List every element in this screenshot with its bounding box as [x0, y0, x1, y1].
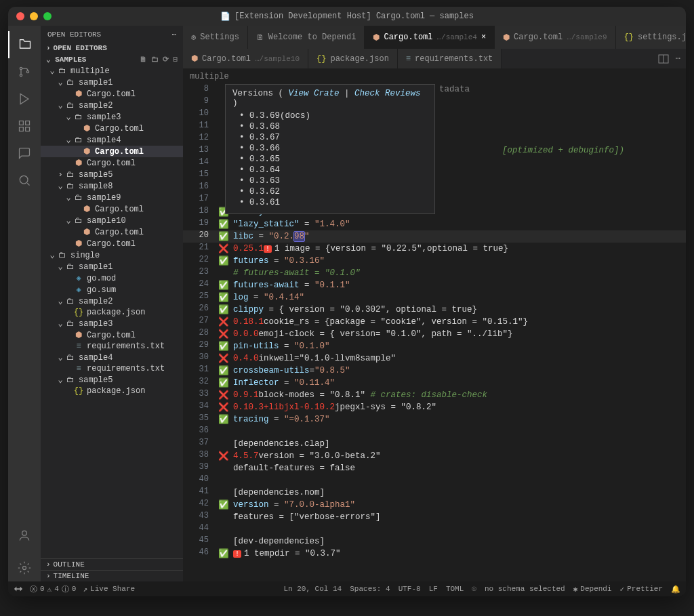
- section-open-editors[interactable]: › OPEN EDITORS: [41, 43, 183, 54]
- source-control-icon[interactable]: [8, 58, 41, 85]
- code-line[interactable]: [dependencies.clap]: [218, 438, 686, 450]
- tree-folder[interactable]: ⌄🗀sample1: [41, 261, 183, 272]
- tree-folder[interactable]: ⌄🗀sample9: [41, 192, 183, 203]
- extensions-icon[interactable]: [8, 112, 41, 140]
- version-item[interactable]: 0.3.68: [239, 121, 428, 132]
- tree-file[interactable]: ≡requirements.txt: [41, 341, 183, 352]
- tree-file[interactable]: ⬢Cargo.toml: [41, 226, 183, 238]
- code-line[interactable]: ❌4.5.7 version = "3.0.0-beta.2": [218, 450, 686, 462]
- code-line[interactable]: ❌0.18.1 cookie_rs = {package = "cookie",…: [218, 316, 686, 328]
- split-editor-icon[interactable]: [658, 54, 669, 64]
- version-item[interactable]: 0.3.67: [239, 132, 428, 143]
- code-line[interactable]: ✅log = "0.4.14": [218, 291, 686, 304]
- tree-file[interactable]: ⬢Cargo.toml: [41, 146, 183, 157]
- version-item[interactable]: 0.3.69(docs): [239, 110, 428, 121]
- code-line[interactable]: default-features = false: [218, 462, 686, 474]
- tab[interactable]: ≡requirements.txt: [398, 49, 502, 68]
- language[interactable]: TOML: [446, 585, 464, 593]
- check-reviews-link[interactable]: Check Reviews: [354, 89, 421, 98]
- code-line[interactable]: ✅"lazy_static" = "1.4.0": [218, 218, 686, 230]
- code-line[interactable]: ❌0.9.1 block-modes = "0.8.1" # crates: d…: [218, 389, 686, 401]
- tree-folder[interactable]: ⌄🗀single: [41, 249, 183, 261]
- new-folder-icon[interactable]: 🗀: [151, 55, 159, 64]
- dependi[interactable]: ✱ Dependi: [573, 585, 612, 594]
- tab[interactable]: ⬢Cargo.toml…/sample9: [495, 26, 615, 49]
- remote-icon[interactable]: [14, 584, 23, 594]
- window-maximize[interactable]: [43, 12, 52, 20]
- explorer-icon[interactable]: [8, 31, 41, 58]
- prettier[interactable]: ✓ Prettier: [620, 585, 663, 594]
- tree-file[interactable]: {}package.json: [41, 307, 183, 318]
- chat-icon[interactable]: [8, 140, 41, 167]
- eol[interactable]: LF: [429, 585, 438, 593]
- code-line[interactable]: ✅futures-await = "0.1.1": [218, 279, 686, 291]
- more-icon[interactable]: ⋯: [171, 30, 176, 39]
- code-line[interactable]: [218, 426, 686, 438]
- tree-folder[interactable]: ⌄🗀sample4: [41, 134, 183, 146]
- code-line[interactable]: # futures-await = "0.1.0": [218, 267, 686, 279]
- code-line[interactable]: ✅!1 tempdir = "0.3.7": [218, 548, 686, 560]
- window-minimize[interactable]: [30, 12, 38, 20]
- close-icon[interactable]: ×: [481, 33, 486, 42]
- live-share[interactable]: ↗ Live Share: [83, 585, 135, 594]
- window-close[interactable]: [16, 12, 24, 20]
- version-item[interactable]: 0.3.64: [239, 165, 428, 176]
- tree-folder[interactable]: ›🗀sample5: [41, 169, 183, 180]
- section-samples[interactable]: ⌄ SAMPLES 🗎 🗀 ⟳ ⊟: [41, 54, 183, 65]
- more-icon[interactable]: ⋯: [676, 54, 680, 64]
- tree-folder[interactable]: ⌄🗀multiple: [41, 65, 183, 77]
- tree-file[interactable]: ⬢Cargo.toml: [41, 238, 183, 249]
- section-outline[interactable]: ›OUTLINE: [41, 558, 183, 570]
- code-line[interactable]: [dependencies.nom]: [218, 487, 686, 499]
- version-item[interactable]: 0.3.62: [239, 186, 428, 197]
- debug-icon[interactable]: [8, 85, 41, 112]
- tab[interactable]: {}settings.json: [616, 26, 686, 49]
- problems[interactable]: ⓧ 0 ⚠ 4 ⓘ 0: [30, 584, 76, 594]
- tree-file[interactable]: ⬢Cargo.toml: [41, 123, 183, 134]
- tree-file[interactable]: ◈go.sum: [41, 284, 183, 295]
- code-line[interactable]: ✅pin-utils = "0.1.0": [218, 340, 686, 352]
- tree-folder[interactable]: ⌄🗀sample1: [41, 77, 183, 88]
- tree-file[interactable]: ≡requirements.txt: [41, 363, 183, 374]
- version-item[interactable]: 0.3.61: [239, 197, 428, 208]
- code-line[interactable]: [218, 523, 686, 535]
- tab[interactable]: ⬢Cargo.toml…/sample10: [183, 49, 308, 68]
- code-line[interactable]: ✅version = "7.0.0-alpha1": [218, 499, 686, 511]
- version-item[interactable]: 0.3.63: [239, 176, 428, 186]
- code-line[interactable]: ✅tracing = "=0.1.37": [218, 413, 686, 426]
- account-icon[interactable]: [8, 522, 41, 549]
- editor[interactable]: 8910111213141516171819202122232425262728…: [183, 84, 686, 581]
- tree-file[interactable]: ⬢Cargo.toml: [41, 157, 183, 169]
- code-line[interactable]: features = ["verbose-errors"]: [218, 511, 686, 523]
- settings-icon[interactable]: [8, 554, 41, 581]
- tree-folder[interactable]: ⌄🗀sample3: [41, 111, 183, 123]
- search-icon[interactable]: [8, 167, 41, 194]
- new-file-icon[interactable]: 🗎: [140, 55, 147, 64]
- tab[interactable]: {}package.json: [308, 49, 398, 68]
- cursor-position[interactable]: Ln 20, Col 14: [283, 585, 342, 593]
- code-line[interactable]: ✅libc = "0.2.98": [218, 230, 686, 243]
- tree-folder[interactable]: ⌄🗀sample2: [41, 100, 183, 111]
- code-line[interactable]: ✅clippy = { version = "0.0.302", optiona…: [218, 304, 686, 316]
- tree-folder[interactable]: ⌄🗀sample8: [41, 180, 183, 192]
- tree-folder[interactable]: ⌄🗀sample10: [41, 215, 183, 226]
- section-timeline[interactable]: ›TIMELINE: [41, 570, 183, 581]
- tree-folder[interactable]: ⌄🗀sample3: [41, 318, 183, 329]
- tree-folder[interactable]: ⌄🗀sample5: [41, 374, 183, 386]
- code-line[interactable]: ❌0.25.1 !1 image = {version = "0.22.5",o…: [218, 243, 686, 255]
- collapse-icon[interactable]: ⊟: [173, 55, 178, 64]
- view-crate-link[interactable]: View Crate: [289, 89, 340, 98]
- tree-folder[interactable]: ⌄🗀sample4: [41, 352, 183, 363]
- indentation[interactable]: Spaces: 4: [350, 585, 390, 593]
- version-item[interactable]: 0.3.65: [239, 154, 428, 165]
- tab[interactable]: ⚙Settings: [183, 26, 248, 49]
- tree-folder[interactable]: ⌄🗀sample2: [41, 295, 183, 307]
- code-line[interactable]: ❌0.0.0 emoji-clock = { version= "0.1.0",…: [218, 328, 686, 340]
- tree-file[interactable]: {}package.json: [41, 386, 183, 396]
- code-line[interactable]: ❌0.10.3+libjxl-0.10.2 jpegxl-sys = "0.8.…: [218, 401, 686, 413]
- bell-icon[interactable]: 🔔: [671, 585, 680, 594]
- code-line[interactable]: [dev-dependencies]: [218, 535, 686, 548]
- tree-file[interactable]: ◈go.mod: [41, 272, 183, 284]
- code-line[interactable]: ✅crossbeam-utils="0.8.5": [218, 365, 686, 377]
- code-line[interactable]: ✅futures = "0.3.16": [218, 255, 686, 267]
